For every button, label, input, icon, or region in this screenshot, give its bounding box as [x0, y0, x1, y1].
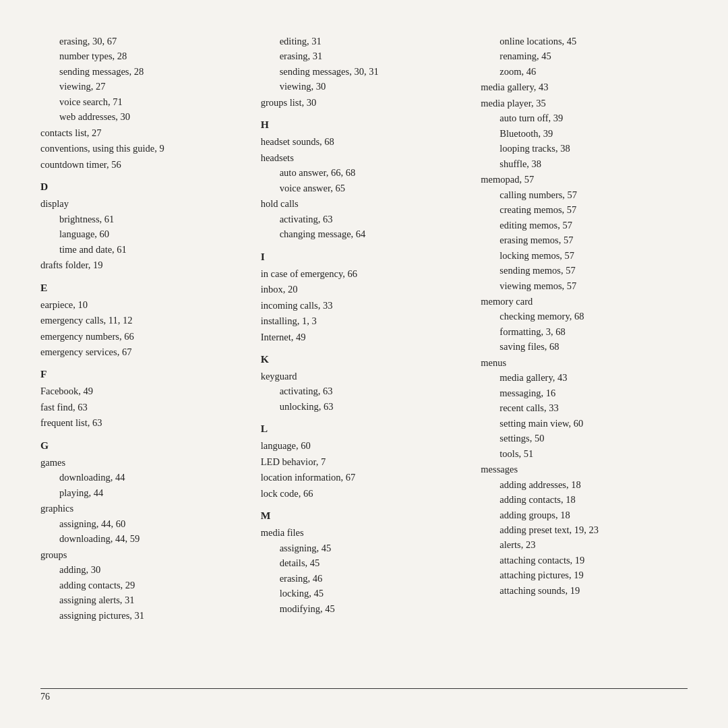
index-columns: erasing, 30, 67number types, 28sending m…: [40, 34, 688, 654]
sub-index-entry: adding contacts, 18: [481, 492, 688, 507]
sub-index-entry: time and date, 61: [40, 242, 247, 257]
sub-index-entry: adding preset text, 19, 23: [481, 522, 688, 537]
main-index-entry: LED behavior, 7: [261, 454, 468, 469]
sub-index-entry: playing, 44: [40, 485, 247, 500]
sub-index-entry: media gallery, 43: [481, 370, 688, 385]
main-index-entry: conventions, using this guide, 9: [40, 141, 247, 156]
sub-index-entry: unlocking, 63: [261, 399, 468, 414]
main-index-entry: emergency numbers, 66: [40, 329, 247, 344]
section-header-l: L: [261, 421, 468, 437]
sub-index-entry: assigning alerts, 31: [40, 593, 247, 607]
sub-index-entry: modifying, 45: [261, 601, 468, 616]
sub-index-entry: auto turn off, 39: [481, 111, 688, 125]
main-index-entry: games: [40, 455, 247, 470]
main-index-entry: memory card: [481, 294, 688, 309]
main-index-entry: messages: [481, 462, 688, 477]
main-index-entry: in case of emergency, 66: [261, 266, 468, 281]
main-index-entry: Facebook, 49: [40, 384, 247, 398]
sub-index-entry: sending messages, 28: [40, 64, 247, 79]
sub-index-entry: viewing, 27: [40, 79, 247, 94]
main-index-entry: language, 60: [261, 438, 468, 453]
section-header-e: E: [40, 280, 247, 296]
section-header-d: D: [40, 179, 247, 195]
sub-index-entry: voice search, 71: [40, 94, 247, 109]
sub-index-entry: looping tracks, 38: [481, 141, 688, 156]
main-index-entry: installing, 1, 3: [261, 313, 468, 328]
main-index-entry: emergency calls, 11, 12: [40, 313, 247, 328]
sub-index-entry: activating, 63: [261, 212, 468, 226]
sub-index-entry: attaching contacts, 19: [481, 553, 688, 568]
index-col-col1: erasing, 30, 67number types, 28sending m…: [40, 34, 261, 654]
sub-index-entry: Bluetooth, 39: [481, 126, 688, 141]
sub-index-entry: creating memos, 57: [481, 202, 688, 217]
sub-index-entry: viewing, 30: [261, 79, 468, 94]
main-index-entry: media player, 35: [481, 96, 688, 111]
main-index-entry: fast find, 63: [40, 400, 247, 415]
sub-index-entry: saving files, 68: [481, 339, 688, 354]
main-index-entry: display: [40, 196, 247, 211]
sub-index-entry: voice answer, 65: [261, 181, 468, 195]
sub-index-entry: editing memos, 57: [481, 218, 688, 233]
main-index-entry: groups list, 30: [261, 95, 468, 110]
main-index-entry: lock code, 66: [261, 486, 468, 501]
sub-index-entry: adding addresses, 18: [481, 477, 688, 492]
main-index-entry: headsets: [261, 150, 468, 165]
main-index-entry: location information, 67: [261, 470, 468, 485]
sub-index-entry: setting main view, 60: [481, 416, 688, 431]
index-col-col3: online locations, 45renaming, 45zoom, 46…: [481, 34, 688, 654]
sub-index-entry: web addresses, 30: [40, 109, 247, 124]
page-number: 76: [40, 692, 50, 702]
sub-index-entry: calling numbers, 57: [481, 187, 688, 202]
sub-index-entry: formatting, 3, 68: [481, 324, 688, 339]
section-header-h: H: [261, 117, 468, 133]
main-index-entry: headset sounds, 68: [261, 134, 468, 149]
sub-index-entry: adding contacts, 29: [40, 578, 247, 593]
sub-index-entry: downloading, 44, 59: [40, 531, 247, 546]
index-col-col2: editing, 31erasing, 31sending messages, …: [261, 34, 481, 654]
main-index-entry: inbox, 20: [261, 282, 468, 297]
sub-index-entry: checking memory, 68: [481, 309, 688, 324]
sub-index-entry: details, 45: [261, 555, 468, 570]
sub-index-entry: erasing, 30, 67: [40, 34, 247, 49]
section-header-k: K: [261, 351, 468, 367]
sub-index-entry: erasing, 46: [261, 571, 468, 586]
section-header-g: G: [40, 437, 247, 454]
section-header-f: F: [40, 366, 247, 382]
sub-index-entry: attaching sounds, 19: [481, 583, 688, 598]
sub-index-entry: language, 60: [40, 226, 247, 241]
main-index-entry: menus: [481, 355, 688, 370]
sub-index-entry: locking memos, 57: [481, 248, 688, 263]
sub-index-entry: renaming, 45: [481, 49, 688, 63]
main-index-entry: memopad, 57: [481, 172, 688, 187]
sub-index-entry: sending messages, 30, 31: [261, 64, 468, 79]
sub-index-entry: sending memos, 57: [481, 263, 688, 278]
main-index-entry: countdown timer, 56: [40, 157, 247, 172]
sub-index-entry: activating, 63: [261, 384, 468, 398]
page: erasing, 30, 67number types, 28sending m…: [0, 0, 728, 728]
sub-index-entry: erasing memos, 57: [481, 233, 688, 247]
sub-index-entry: erasing, 31: [261, 49, 468, 63]
main-index-entry: groups: [40, 547, 247, 562]
sub-index-entry: number types, 28: [40, 49, 247, 63]
sub-index-entry: adding groups, 18: [481, 508, 688, 522]
main-index-entry: emergency services, 67: [40, 344, 247, 359]
sub-index-entry: viewing memos, 57: [481, 278, 688, 293]
sub-index-entry: brightness, 61: [40, 212, 247, 226]
sub-index-entry: auto answer, 66, 68: [261, 165, 468, 180]
main-index-entry: graphics: [40, 501, 247, 516]
sub-index-entry: alerts, 23: [481, 537, 688, 552]
main-index-entry: media files: [261, 525, 468, 540]
sub-index-entry: online locations, 45: [481, 34, 688, 49]
main-index-entry: frequent list, 63: [40, 415, 247, 430]
sub-index-entry: settings, 50: [481, 431, 688, 446]
main-index-entry: earpiece, 10: [40, 297, 247, 312]
sub-index-entry: messaging, 16: [481, 386, 688, 400]
main-index-entry: keyguard: [261, 369, 468, 384]
sub-index-entry: recent calls, 33: [481, 400, 688, 415]
section-header-m: M: [261, 508, 468, 524]
section-header-i: I: [261, 249, 468, 265]
sub-index-entry: tools, 51: [481, 446, 688, 461]
sub-index-entry: editing, 31: [261, 34, 468, 49]
sub-index-entry: changing message, 64: [261, 226, 468, 241]
sub-index-entry: attaching pictures, 19: [481, 568, 688, 582]
